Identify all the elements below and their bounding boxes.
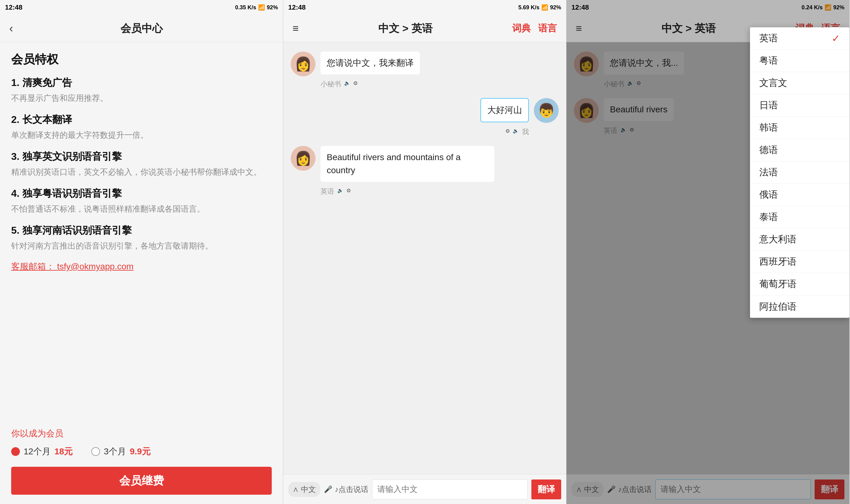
signal-icon-3: 📶: [825, 4, 831, 11]
dropdown-item-ru[interactable]: 俄语: [750, 184, 849, 206]
status-icons-3: 0.24 K/s 📶 92%: [801, 4, 845, 11]
status-time-1: 12:48: [5, 3, 22, 12]
copy-icon-3[interactable]: ⊙: [347, 187, 351, 193]
lang-button-2[interactable]: 语言: [538, 22, 557, 35]
dropdown-item-ar[interactable]: 阿拉伯语: [750, 295, 849, 318]
privilege-title-4: 4. 独享粤语识别语音引擎: [11, 187, 272, 200]
speed-indicator-2: 5.69 K/s: [518, 4, 539, 11]
battery-icon-3: 92%: [833, 4, 845, 11]
speaker-icon-2[interactable]: 🔈: [513, 128, 519, 134]
dropdown-item-fr[interactable]: 法语: [750, 161, 849, 184]
speaker-icon-3[interactable]: 🔈: [337, 187, 344, 193]
avatar-boy-1: 👦: [534, 98, 559, 123]
msg-content-2: 大好河山 ⊙ 🔈 我: [481, 98, 529, 137]
privilege-item-3: 3. 独享英文识别语音引擎 精准识别英语口语，英文不必输入，你说英语小秘书帮你翻…: [11, 150, 272, 178]
status-bar-2: 12:48 5.69 K/s 📶 92%: [283, 0, 566, 15]
dropdown-item-de[interactable]: 德语: [750, 139, 849, 161]
panel-member-center: 12:48 0.35 K/s 📶 92% ‹ 会员中心 会员特权 1. 清爽免广…: [0, 0, 283, 504]
plan-3m-price: 9.9元: [130, 446, 151, 457]
translate-button-3[interactable]: 翻译: [815, 480, 845, 499]
hamburger-menu-2[interactable]: ≡: [293, 22, 299, 34]
copy-icon-2[interactable]: ⊙: [506, 128, 510, 134]
plan-12m-price: 18元: [54, 446, 73, 457]
nav-bar-member: ‹ 会员中心: [0, 15, 283, 42]
dropdown-label-ru: 俄语: [759, 188, 778, 201]
msg-label-3: 英语: [320, 187, 334, 196]
mic-button-3[interactable]: 🎤 ♪点击说话: [607, 484, 652, 494]
chat-input-bar-3: ∧ 中文 🎤 ♪点击说话 翻译: [567, 474, 849, 504]
privilege-title-5: 5. 独享河南话识别语音引擎: [11, 224, 272, 237]
privilege-title-3: 3. 独享英文识别语音引擎: [11, 150, 272, 164]
language-dropdown[interactable]: 英语 ✓ 粤语 文言文 日语 韩语 德语 法语 俄语 泰语 意大利语: [750, 27, 849, 318]
plan-3m[interactable]: 3个月 9.9元: [91, 446, 151, 457]
dropdown-item-th[interactable]: 泰语: [750, 206, 849, 229]
dropdown-item-it[interactable]: 意大利语: [750, 229, 849, 251]
subscribe-button[interactable]: 会员继费: [11, 467, 272, 495]
chat-input-field-2[interactable]: [372, 480, 528, 499]
email-link[interactable]: 客服邮箱： tsfy@okmyapp.com: [11, 261, 272, 272]
speaker-icon-1[interactable]: 🔈: [344, 80, 350, 86]
page-title-member: 会员中心: [121, 21, 163, 36]
dropdown-item-classical[interactable]: 文言文: [750, 72, 849, 94]
msg-label-3-2: 英语: [604, 126, 618, 135]
chat-input-field-3[interactable]: [655, 480, 811, 499]
radio-12m[interactable]: [11, 447, 20, 456]
avatar-girl-2: 👩: [291, 146, 315, 171]
speed-indicator-1: 0.35 K/s: [235, 4, 256, 11]
dropdown-label-classical: 文言文: [759, 77, 787, 89]
plan-12m[interactable]: 12个月 18元: [11, 446, 73, 457]
privilege-desc-2: 单次翻译支持的最大字符数提升一倍。: [11, 129, 272, 141]
dropdown-item-en[interactable]: 英语 ✓: [750, 27, 849, 50]
dropdown-item-cantonese[interactable]: 粤语: [750, 50, 849, 72]
msg-content-3-1: 您请说中文，我... 小秘书 🔈 ⊙: [604, 52, 684, 89]
back-button[interactable]: ‹: [9, 22, 13, 35]
msg-label-1: 小秘书: [320, 79, 341, 89]
status-icons-2: 5.69 K/s 📶 92%: [518, 4, 561, 11]
mic-button-2[interactable]: 🎤 ♪点击说话: [324, 484, 368, 494]
msg-content-1: 您请说中文，我来翻译 小秘书 🔈 ⊙: [320, 52, 420, 89]
mic-icon-3: 🎤: [607, 485, 615, 493]
radio-3m[interactable]: [91, 447, 100, 456]
dropdown-item-ko[interactable]: 韩语: [750, 117, 849, 139]
msg-content-3-2: Beautiful rivers 英语 🔈 ⊙: [604, 98, 674, 135]
dropdown-item-ja[interactable]: 日语: [750, 94, 849, 117]
dropdown-label-de: 德语: [759, 144, 778, 157]
privilege-item-2: 2. 长文本翻译 单次翻译支持的最大字符数提升一倍。: [11, 113, 272, 141]
privilege-item-1: 1. 清爽免广告 不再显示广告和应用推荐。: [11, 76, 272, 104]
privilege-title-1: 1. 清爽免广告: [11, 76, 272, 90]
dropdown-label-cantonese: 粤语: [759, 54, 778, 67]
dropdown-item-es[interactable]: 西班牙语: [750, 251, 849, 273]
battery-icon-2: 92%: [550, 4, 561, 11]
bubble-3-2: Beautiful rivers: [604, 98, 674, 121]
message-row-3: 👩 Beautiful rivers and mountains of a co…: [291, 146, 559, 196]
panel-chat-dropdown: 12:48 0.24 K/s 📶 92% ≡ 中文 > 英语 词典 语言 英语 …: [567, 0, 850, 504]
copy-icon-1[interactable]: ⊙: [353, 80, 358, 86]
plan-3m-label: 3个月: [104, 446, 126, 457]
status-bar-3: 12:48 0.24 K/s 📶 92%: [567, 0, 849, 15]
hamburger-menu-3[interactable]: ≡: [576, 22, 582, 34]
status-time-2: 12:48: [288, 3, 306, 12]
copy-icon-3-2[interactable]: ⊙: [630, 127, 634, 132]
lang-toggle-2[interactable]: ∧ 中文: [288, 482, 320, 497]
bubble-3: Beautiful rivers and mountains of a coun…: [320, 146, 495, 182]
avatar-girl-3: 👩: [574, 52, 599, 76]
msg-label-2: 我: [522, 127, 529, 137]
privilege-title-2: 2. 长文本翻译: [11, 113, 272, 127]
privilege-desc-1: 不再显示广告和应用推荐。: [11, 92, 272, 104]
dropdown-label-it: 意大利语: [759, 233, 797, 246]
copy-icon-3-1[interactable]: ⊙: [637, 80, 641, 86]
translate-button-2[interactable]: 翻译: [531, 480, 561, 499]
dropdown-label-en: 英语: [759, 32, 778, 45]
signal-icon-2: 📶: [541, 4, 548, 11]
speaker-icon-3-2[interactable]: 🔈: [621, 127, 627, 132]
dropdown-label-ko: 韩语: [759, 121, 778, 134]
panel-chat: 12:48 5.69 K/s 📶 92% ≡ 中文 > 英语 词典 语言 👩 您…: [283, 0, 567, 504]
dict-button-2[interactable]: 词典: [512, 22, 531, 35]
dropdown-item-pt[interactable]: 葡萄牙语: [750, 273, 849, 295]
speaker-icon-3-1[interactable]: 🔈: [627, 80, 634, 86]
bubble-1: 您请说中文，我来翻译: [320, 52, 420, 74]
lang-toggle-3[interactable]: ∧ 中文: [571, 482, 603, 497]
avatar-girl-3-2: 👩: [574, 98, 599, 123]
battery-icon-1: 92%: [267, 4, 278, 11]
status-icons-1: 0.35 K/s 📶 92%: [235, 4, 278, 11]
